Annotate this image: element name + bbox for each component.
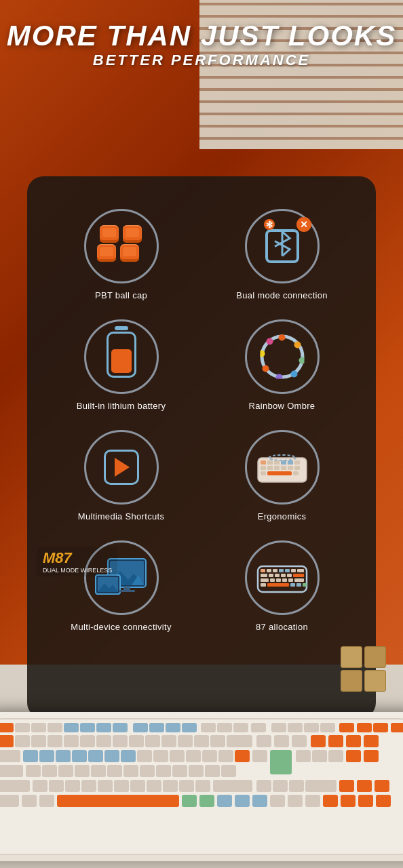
svg-rect-47 bbox=[293, 574, 304, 577]
svg-rect-84 bbox=[0, 735, 14, 747]
svg-rect-119 bbox=[218, 750, 233, 762]
svg-rect-99 bbox=[256, 735, 271, 747]
svg-rect-171 bbox=[270, 795, 285, 807]
keyboard-section bbox=[0, 692, 403, 868]
svg-rect-143 bbox=[33, 780, 47, 792]
svg-rect-51 bbox=[282, 578, 287, 582]
svg-rect-109 bbox=[56, 750, 71, 762]
svg-rect-33 bbox=[119, 590, 135, 592]
svg-rect-147 bbox=[98, 780, 113, 792]
svg-rect-150 bbox=[147, 780, 161, 792]
ergonomics-svg bbox=[255, 447, 309, 484]
svg-rect-160 bbox=[357, 780, 372, 792]
header-section: MORE THAN JUST LOOKS BETTER PERFORMANCE bbox=[0, 20, 403, 69]
svg-rect-159 bbox=[339, 780, 354, 792]
svg-rect-75 bbox=[251, 723, 266, 732]
svg-rect-113 bbox=[121, 750, 136, 762]
svg-rect-155 bbox=[256, 780, 271, 792]
battery-body bbox=[107, 332, 136, 378]
svg-rect-49 bbox=[270, 578, 275, 582]
svg-rect-58 bbox=[303, 583, 307, 587]
feature-rainbow: Rainbow Ombre bbox=[202, 307, 362, 418]
keycap-1 bbox=[100, 225, 119, 240]
svg-rect-111 bbox=[88, 750, 103, 762]
svg-rect-21 bbox=[267, 471, 292, 475]
svg-rect-104 bbox=[346, 735, 361, 747]
svg-rect-142 bbox=[0, 780, 30, 792]
rainbow-icon-circle bbox=[245, 319, 320, 394]
svg-rect-16 bbox=[267, 466, 273, 470]
svg-rect-141 bbox=[221, 765, 236, 777]
product-subtitle: Dual mode Wireless bbox=[43, 567, 112, 574]
svg-rect-174 bbox=[323, 795, 338, 807]
pbt-icon-circle bbox=[84, 209, 159, 283]
svg-rect-44 bbox=[275, 574, 280, 577]
svg-rect-128 bbox=[0, 765, 23, 777]
svg-rect-140 bbox=[205, 765, 220, 777]
svg-rect-149 bbox=[130, 780, 145, 792]
svg-rect-125 bbox=[328, 750, 343, 762]
svg-point-6 bbox=[260, 351, 265, 357]
svg-rect-144 bbox=[49, 780, 64, 792]
svg-rect-110 bbox=[72, 750, 87, 762]
svg-rect-91 bbox=[113, 735, 128, 747]
87-icon bbox=[255, 559, 309, 597]
svg-rect-65 bbox=[80, 723, 95, 732]
svg-rect-77 bbox=[288, 723, 303, 732]
svg-rect-22 bbox=[261, 471, 266, 475]
svg-rect-11 bbox=[274, 460, 280, 465]
feature-multidevice: Multi-device connectivity bbox=[41, 528, 202, 639]
multimedia-icon bbox=[98, 443, 145, 491]
svg-rect-19 bbox=[288, 466, 293, 470]
svg-rect-106 bbox=[0, 750, 20, 762]
svg-rect-74 bbox=[233, 723, 248, 732]
svg-rect-83 bbox=[391, 723, 403, 732]
keycap-4 bbox=[120, 244, 139, 259]
svg-rect-36 bbox=[267, 569, 271, 572]
svg-rect-71 bbox=[182, 723, 197, 732]
bluetooth-icon: ✕ bbox=[258, 222, 306, 270]
svg-rect-56 bbox=[290, 583, 295, 587]
svg-rect-164 bbox=[39, 795, 54, 807]
svg-rect-81 bbox=[357, 723, 372, 732]
keyboard-surface bbox=[0, 712, 403, 861]
svg-rect-62 bbox=[31, 723, 46, 732]
svg-rect-57 bbox=[296, 583, 301, 587]
svg-rect-70 bbox=[166, 723, 180, 732]
svg-rect-79 bbox=[320, 723, 335, 732]
svg-rect-50 bbox=[276, 578, 281, 582]
svg-rect-37 bbox=[273, 569, 277, 572]
svg-rect-63 bbox=[47, 723, 62, 732]
svg-rect-88 bbox=[64, 735, 79, 747]
svg-rect-38 bbox=[279, 569, 284, 572]
page-title: MORE THAN JUST LOOKS bbox=[0, 20, 403, 52]
svg-rect-43 bbox=[269, 574, 273, 577]
svg-rect-167 bbox=[199, 795, 214, 807]
svg-rect-45 bbox=[281, 574, 286, 577]
svg-rect-121 bbox=[252, 750, 267, 762]
svg-rect-133 bbox=[91, 765, 106, 777]
svg-rect-168 bbox=[217, 795, 232, 807]
svg-rect-35 bbox=[261, 569, 265, 572]
svg-rect-40 bbox=[291, 569, 296, 572]
product-label: M87 Dual mode Wireless bbox=[37, 547, 117, 576]
feature-pbt: PBT ball cap bbox=[41, 197, 202, 307]
svg-rect-100 bbox=[274, 735, 289, 747]
87-icon-circle bbox=[245, 540, 320, 615]
svg-rect-90 bbox=[96, 735, 111, 747]
rainbow-dots bbox=[260, 335, 304, 379]
svg-rect-137 bbox=[156, 765, 171, 777]
svg-rect-39 bbox=[285, 569, 290, 572]
svg-rect-9 bbox=[261, 460, 266, 465]
svg-rect-129 bbox=[26, 765, 41, 777]
rainbow-label: Rainbow Ombre bbox=[249, 401, 315, 411]
rainbow-icon bbox=[256, 332, 307, 382]
ergonomics-label: Ergonomics bbox=[258, 511, 307, 521]
cork-block bbox=[364, 646, 386, 668]
svg-rect-14 bbox=[294, 460, 300, 465]
svg-point-0 bbox=[278, 335, 285, 341]
feature-multimedia: Multimedia Shortcuts bbox=[41, 418, 202, 528]
svg-rect-87 bbox=[47, 735, 62, 747]
svg-rect-161 bbox=[375, 780, 389, 792]
svg-rect-108 bbox=[39, 750, 54, 762]
